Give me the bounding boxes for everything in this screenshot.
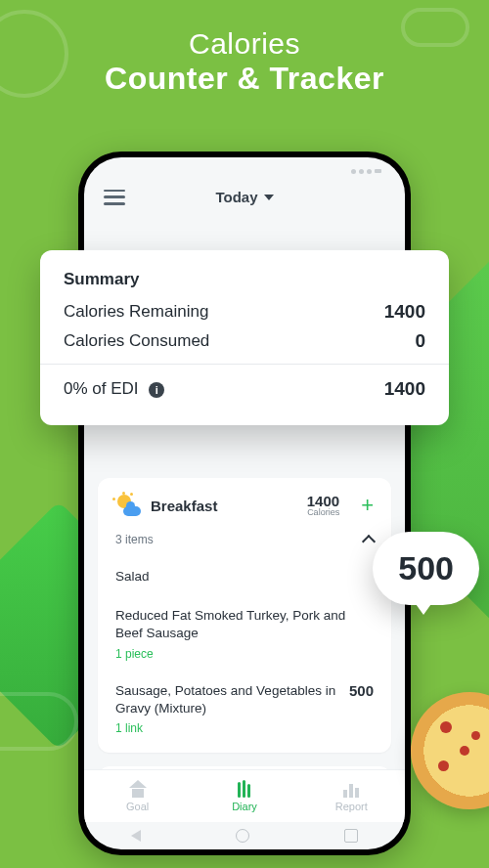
summary-row-consumed: Calories Consumed 0 (64, 330, 425, 352)
summary-card: Summary Calories Remaining 1400 Calories… (40, 250, 449, 425)
date-label: Today (215, 189, 257, 205)
collapse-icon[interactable] (362, 535, 376, 548)
diary-icon (235, 780, 254, 798)
bottom-nav: Goal Diary Report (84, 769, 405, 822)
hero-line2: Counter & Tracker (0, 61, 489, 97)
food-calories: 500 (349, 682, 374, 699)
items-count: 3 items (115, 533, 154, 546)
back-key[interactable] (131, 830, 141, 842)
food-item[interactable]: Reduced Fat Smoked Turkey, Pork and Beef… (115, 607, 374, 660)
nav-diary[interactable]: Diary (191, 770, 297, 822)
meal-title: Breakfast (151, 498, 217, 514)
home-icon (128, 780, 148, 798)
android-softkeys (84, 822, 405, 849)
meal-calories: 1400 Calories (307, 494, 339, 517)
report-icon (341, 780, 361, 798)
nav-report[interactable]: Report (298, 770, 405, 822)
status-bar (84, 157, 405, 175)
food-item[interactable]: Sausage, Potatoes and Vegetables in Grav… (115, 682, 374, 735)
info-icon[interactable]: i (149, 382, 164, 398)
pizza-decoration (411, 692, 489, 809)
summary-row-remaining: Calories Remaining 1400 (64, 301, 425, 323)
home-key[interactable] (236, 829, 249, 843)
recents-key[interactable] (344, 829, 358, 843)
add-food-button[interactable]: + (361, 495, 374, 516)
food-item[interactable]: Salad (115, 568, 374, 586)
summary-heading: Summary (64, 270, 425, 289)
menu-icon[interactable] (104, 190, 125, 205)
morning-icon (115, 495, 141, 516)
callout-bubble: 500 (373, 532, 479, 605)
nav-goal[interactable]: Goal (84, 770, 191, 822)
meal-card-breakfast: Breakfast 1400 Calories + 3 items Salad (98, 478, 391, 753)
date-selector[interactable]: Today (215, 189, 273, 205)
app-topbar: Today (84, 175, 405, 211)
caret-down-icon (264, 195, 274, 200)
summary-row-edi: 0% of EDI i 1400 (64, 378, 425, 400)
